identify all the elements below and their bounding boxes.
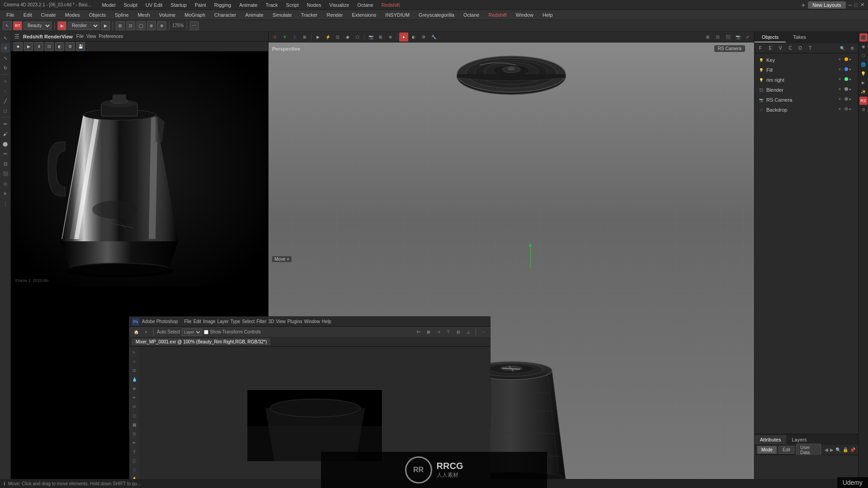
- window-maximize[interactable]: □: [854, 2, 858, 8]
- attr-tab-attributes[interactable]: Attributes: [755, 435, 786, 444]
- menu2-edit[interactable]: Edit: [20, 11, 36, 19]
- menu2-simulate[interactable]: Simulate: [269, 11, 296, 19]
- vp-y-axis[interactable]: Y: [280, 33, 289, 42]
- ps-more-btn[interactable]: ⋯: [479, 328, 487, 336]
- sidebar-bevel[interactable]: ◇: [1, 179, 10, 188]
- rt-settings[interactable]: ⚙: [66, 42, 75, 51]
- menu-octane[interactable]: Octane: [354, 1, 377, 9]
- ps-type-tool[interactable]: T: [130, 448, 138, 456]
- obj-create-icon[interactable]: C: [786, 44, 794, 52]
- key-x-btn[interactable]: ✕: [838, 57, 844, 63]
- vp-rs-extra[interactable]: 🔧: [429, 33, 438, 42]
- vp-rs-settings[interactable]: ⚙: [419, 33, 428, 42]
- toolbar-render[interactable]: ▶: [57, 21, 66, 30]
- ps-select[interactable]: Select: [242, 319, 255, 324]
- menu-script[interactable]: Script: [283, 1, 302, 9]
- ps-plus-btn[interactable]: +: [142, 328, 150, 336]
- menu-track[interactable]: Track: [262, 1, 282, 9]
- render-quality-dropdown[interactable]: Render: [68, 22, 99, 30]
- menu2-greyscalegorilla[interactable]: Greyscalegorilla: [415, 11, 458, 19]
- vp-x-axis[interactable]: X: [270, 33, 279, 42]
- obj-file-icon[interactable]: F: [756, 44, 764, 52]
- ps-clone-tool[interactable]: ⊙: [130, 403, 138, 411]
- ps-plugins[interactable]: Plugins: [288, 319, 302, 324]
- sidebar-scale[interactable]: ⤡: [1, 53, 10, 62]
- menu-startup[interactable]: Startup: [167, 1, 190, 9]
- rc-anim-icon[interactable]: ▶: [859, 79, 868, 87]
- object-rs-camera[interactable]: 📷 RS Camera ✕ ●: [755, 95, 858, 105]
- vp-wireframe[interactable]: ⬡: [353, 33, 362, 42]
- ps-align-left[interactable]: ⊢: [415, 328, 423, 336]
- toolbar-play[interactable]: ▶: [101, 21, 110, 30]
- sidebar-paint[interactable]: ⬤: [1, 139, 10, 148]
- rc-fx-icon[interactable]: ✨: [859, 88, 868, 96]
- ps-shape-tool[interactable]: □: [130, 466, 138, 474]
- panel-hamburger-icon[interactable]: ☰: [14, 33, 19, 40]
- rc-scene-icon[interactable]: 🌐: [859, 61, 868, 69]
- menu2-mesh[interactable]: Mesh: [134, 11, 154, 19]
- blender-vis-btn[interactable]: ●: [849, 87, 854, 93]
- attr-mode-btn[interactable]: Mode: [757, 446, 777, 454]
- menu2-file[interactable]: File: [3, 11, 18, 19]
- toolbar-arrow[interactable]: ↖: [3, 21, 12, 30]
- object-key[interactable]: 💡 Key ✕ ●: [755, 55, 858, 65]
- ps-dropper-tool[interactable]: 💧: [130, 375, 138, 384]
- ps-crop-tool[interactable]: ⊡: [130, 366, 138, 375]
- rc-light-icon[interactable]: 💡: [859, 70, 868, 78]
- attr-back-btn[interactable]: ◀: [825, 447, 828, 452]
- object-fill[interactable]: 💡 Fill ✕ ●: [755, 65, 858, 75]
- vp-grid[interactable]: ⊞: [376, 33, 385, 42]
- key-vis-btn[interactable]: ●: [849, 57, 854, 63]
- sidebar-points[interactable]: ·: [1, 86, 10, 95]
- render-mode-dropdown[interactable]: Beauty Diffuse: [24, 22, 52, 30]
- object-rim-right[interactable]: 💡 rim right ✕ ●: [755, 75, 858, 85]
- vp-z-axis[interactable]: Z: [290, 33, 299, 42]
- vp-hud[interactable]: ⊡: [713, 33, 722, 42]
- ps-layer-dropdown[interactable]: Layer: [182, 328, 202, 336]
- sidebar-pointer[interactable]: ↖: [1, 33, 10, 42]
- rc-render-icon[interactable]: ◉: [859, 42, 868, 51]
- rscam-vis-btn[interactable]: ●: [849, 97, 854, 103]
- toolbar-rt[interactable]: RT: [13, 21, 22, 30]
- menu-uv-edit[interactable]: UV Edit: [142, 1, 166, 9]
- ps-view[interactable]: View: [276, 319, 286, 324]
- rt-stop[interactable]: ■: [14, 42, 23, 51]
- backdrop-x-btn[interactable]: ✕: [838, 107, 844, 113]
- new-layouts-button[interactable]: New Layouts: [808, 1, 846, 9]
- fill-vis-btn[interactable]: ●: [849, 67, 854, 73]
- menu-model[interactable]: Model: [98, 1, 119, 9]
- vp-snap[interactable]: ⊕: [386, 33, 395, 42]
- menu2-extensions[interactable]: Extensions: [349, 11, 380, 19]
- rt-save[interactable]: 💾: [76, 42, 85, 51]
- ps-gradient-tool[interactable]: ▦: [130, 421, 138, 429]
- rc-material-icon[interactable]: ⬡: [859, 52, 868, 60]
- ps-path-tool[interactable]: ⬡: [130, 457, 138, 465]
- ps-align-right[interactable]: ⊣: [434, 328, 443, 336]
- sidebar-pen[interactable]: ✏: [1, 119, 10, 128]
- menu-sculpt[interactable]: Sculpt: [120, 1, 141, 9]
- toolbar-axis[interactable]: ⊗: [157, 21, 166, 30]
- ps-filter[interactable]: Filter: [256, 319, 266, 324]
- ps-align-mid[interactable]: ⊟: [454, 328, 462, 336]
- menu2-create[interactable]: Create: [38, 11, 60, 19]
- vp-render-active[interactable]: ●: [399, 33, 408, 42]
- tab-objects[interactable]: Objects: [755, 33, 786, 42]
- vp-ipr[interactable]: ◐: [409, 33, 418, 42]
- blender-x-btn[interactable]: ✕: [838, 87, 844, 93]
- menu2-render[interactable]: Render: [323, 11, 346, 19]
- sidebar-poly[interactable]: □: [1, 106, 10, 115]
- backdrop-vis-btn[interactable]: ●: [849, 107, 854, 113]
- rt-region[interactable]: ⊡: [45, 42, 54, 51]
- ps-align-bot[interactable]: ⊥: [464, 328, 472, 336]
- sidebar-move[interactable]: ✛: [1, 43, 10, 52]
- ps-file[interactable]: File: [184, 319, 192, 324]
- toolbar-more[interactable]: ⋯: [190, 21, 199, 30]
- toolbar-circle[interactable]: ◯: [137, 21, 146, 30]
- search-icon[interactable]: 🔍: [838, 44, 846, 52]
- tab-takes[interactable]: Takes: [786, 33, 813, 42]
- vp-camera-opts[interactable]: 📷: [366, 33, 375, 42]
- rscam-x-btn[interactable]: ✕: [838, 97, 844, 103]
- rim-x-btn[interactable]: ✕: [838, 77, 844, 83]
- ps-lasso-tool[interactable]: ○: [130, 357, 138, 366]
- vp-render-btn[interactable]: ▶: [313, 33, 322, 42]
